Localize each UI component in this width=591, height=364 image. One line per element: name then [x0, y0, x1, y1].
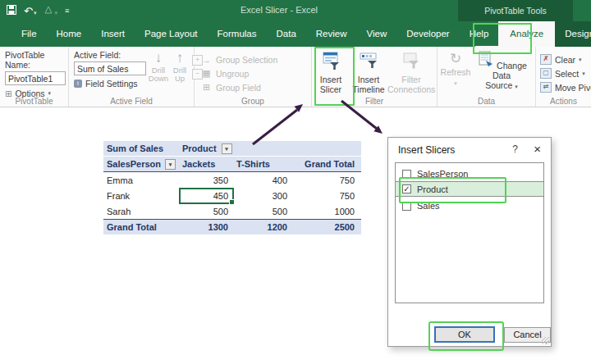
ok-button[interactable]: OK — [434, 326, 495, 343]
resize-grip[interactable] — [542, 337, 549, 344]
pivottable-name-input[interactable] — [5, 71, 66, 85]
group-label-active-field: Active Field — [69, 97, 194, 106]
drill-down-button[interactable]: ↓ Drill Down — [148, 50, 169, 89]
col-field-label: Product — [182, 143, 217, 153]
group-selection-button[interactable]: → Group Selection — [201, 52, 311, 66]
clear-label: Clear — [555, 55, 575, 65]
tab-developer[interactable]: Developer — [396, 21, 459, 47]
sales-checkbox[interactable] — [402, 202, 411, 211]
pivot-value-cell[interactable]: 350 — [179, 172, 233, 188]
pivot-value-cell[interactable]: 1000 — [292, 203, 361, 219]
check-icon: ✓ — [403, 184, 410, 193]
tab-review[interactable]: Review — [306, 21, 357, 47]
insert-timeline-button[interactable]: Insert Timeline — [350, 49, 387, 94]
product-filter-dropdown[interactable]: ▾ — [222, 143, 232, 154]
product-checkbox[interactable]: ✓ — [402, 184, 411, 193]
field-settings-label: Field Settings — [85, 79, 138, 89]
tab-view[interactable]: View — [357, 21, 397, 47]
pivot-value-cell[interactable]: 400 — [233, 172, 292, 188]
salesperson-label: SalesPerson — [417, 169, 468, 179]
tab-design[interactable]: Design — [555, 21, 591, 47]
pivot-total-cell[interactable]: 1200 — [233, 219, 292, 234]
pivot-header-cell[interactable]: Grand Total — [292, 157, 361, 172]
ribbon-group-pivottable: PivotTable Name: ⊞ Options ▾ PivotTable — [0, 47, 69, 107]
customize-qat-icon[interactable]: ≡ — [65, 7, 69, 15]
salesperson-checkbox[interactable] — [402, 170, 411, 179]
ribbon-group-active-field: Active Field: i Field Settings ↓ Drill D… — [69, 47, 195, 107]
pivot-total-label[interactable]: Grand Total — [103, 219, 179, 234]
undo-button[interactable]: ↶▾ — [24, 3, 36, 18]
clear-button[interactable]: ✗ Clear ▾ — [540, 52, 591, 66]
chevron-down-icon: ▾ — [579, 57, 582, 63]
group-label-group: Group — [195, 97, 311, 106]
pivot-total-cell[interactable]: 1300 — [179, 219, 233, 234]
pivot-value-cell[interactable]: 750 — [292, 188, 361, 203]
pivot-value-cell-selected[interactable]: 450 — [179, 188, 233, 203]
pivot-row-label[interactable]: Sarah — [103, 203, 179, 219]
pivot-header-cell[interactable]: Jackets — [179, 157, 233, 172]
group-field-button[interactable]: ⊞ Group Field — [201, 80, 311, 94]
field-settings-button[interactable]: i Field Settings — [74, 79, 146, 89]
tab-insert[interactable]: Insert — [91, 21, 135, 47]
pivot-corner-cell[interactable]: Sum of Sales — [103, 141, 179, 157]
pivot-empty-cell[interactable] — [233, 141, 292, 157]
ribbon-group-filter: Insert Slicer Insert Timeline Filter Con… — [312, 47, 438, 107]
pivot-col-field-cell[interactable]: Product ▾ — [179, 141, 233, 157]
move-pivottable-button[interactable]: ⇄ Move Pivo — [540, 80, 591, 94]
pivot-header-cell[interactable]: T-Shirts — [233, 157, 292, 172]
select-label: Select — [555, 69, 579, 79]
group-label-filter: Filter — [312, 97, 437, 106]
pivot-table: Sum of Sales Product ▾ SalesPerson ▾ Jac… — [103, 141, 361, 234]
pivottable-name-label: PivotTable Name: — [5, 50, 68, 70]
pivot-value-cell[interactable]: 500 — [233, 203, 292, 219]
select-button[interactable]: ▢ Select ▾ — [540, 66, 591, 80]
change-data-source-button[interactable]: Change Data Source ▾ — [474, 49, 529, 90]
group-selection-label: Group Selection — [216, 55, 277, 65]
product-row-highlight: ✓ Product — [396, 181, 543, 197]
tab-page-layout[interactable]: Page Layout — [135, 21, 208, 47]
insert-slicer-label: Insert Slicer — [312, 75, 350, 94]
pivot-value-cell[interactable]: 500 — [179, 203, 233, 219]
tab-help[interactable]: Help — [460, 21, 499, 47]
tab-data[interactable]: Data — [267, 21, 306, 47]
filter-connections-button[interactable]: Filter Connections — [387, 49, 435, 94]
chevron-down-icon: ▾ — [34, 10, 37, 16]
salesperson-filter-dropdown[interactable]: ▾ — [165, 159, 176, 170]
insert-slicer-button[interactable]: Insert Slicer — [312, 49, 350, 94]
pivot-value-cell[interactable]: 750 — [292, 172, 361, 188]
drill-up-button[interactable]: ↑ Drill Up — [169, 50, 190, 89]
window-title: Excel Slicer - Excel — [197, 5, 361, 15]
filter-connections-label: Filter Connections — [387, 75, 435, 94]
refresh-icon: ↻ — [438, 51, 474, 67]
active-tab-flap — [475, 46, 526, 50]
sales-label: Sales — [417, 201, 440, 211]
help-icon[interactable]: ? — [512, 143, 518, 155]
ribbon-group-actions: ✗ Clear ▾ ▢ Select ▾ ⇄ Move Pivo Actions — [536, 47, 591, 107]
pivot-value-cell[interactable]: 300 — [233, 188, 292, 203]
insert-slicer-icon — [321, 62, 341, 72]
save-icon[interactable] — [7, 3, 16, 18]
chevron-down-icon: ▾ — [48, 90, 52, 97]
ungroup-icon: ▦ — [201, 68, 212, 79]
tab-file[interactable]: File — [11, 21, 47, 47]
pivot-row-label[interactable]: Frank — [103, 188, 179, 203]
list-item-product[interactable]: ✓ Product — [396, 182, 543, 196]
close-icon[interactable]: × — [534, 142, 541, 156]
active-field-input[interactable] — [74, 61, 146, 75]
group-label-data: Data — [438, 97, 535, 106]
refresh-button[interactable]: ↻ Refresh ▾ — [438, 49, 474, 90]
ungroup-button[interactable]: ▦ Ungroup — [201, 66, 311, 80]
pivot-empty-cell[interactable] — [292, 141, 361, 157]
insert-slicers-dialog: Insert Slicers ? × SalesPerson ✓ Product… — [387, 137, 552, 347]
pivot-row-field-cell[interactable]: SalesPerson ▾ — [103, 157, 179, 172]
slicer-field-list: SalesPerson ✓ Product Sales — [395, 162, 544, 303]
tab-formulas[interactable]: Formulas — [208, 21, 267, 47]
group-field-label: Group Field — [216, 83, 261, 93]
tab-analyze-active[interactable]: Analyze — [498, 21, 555, 47]
list-item-salesperson[interactable]: SalesPerson — [396, 166, 543, 181]
list-item-sales[interactable]: Sales — [396, 198, 543, 213]
custom-command-button[interactable]: ▾ — [44, 3, 57, 18]
pivot-total-cell[interactable]: 2500 — [292, 219, 361, 234]
pivot-row-label[interactable]: Emma — [103, 172, 179, 188]
tab-home[interactable]: Home — [47, 21, 92, 47]
